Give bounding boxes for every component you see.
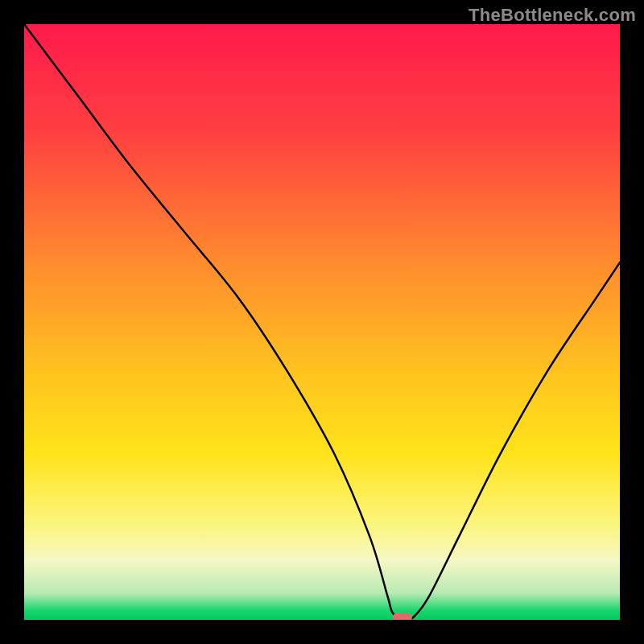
optimal-marker [393, 613, 412, 620]
bottleneck-chart [24, 24, 620, 620]
gradient-background [24, 24, 620, 620]
chart-plot-area [24, 24, 620, 620]
attribution-text: TheBottleneck.com [469, 5, 636, 26]
